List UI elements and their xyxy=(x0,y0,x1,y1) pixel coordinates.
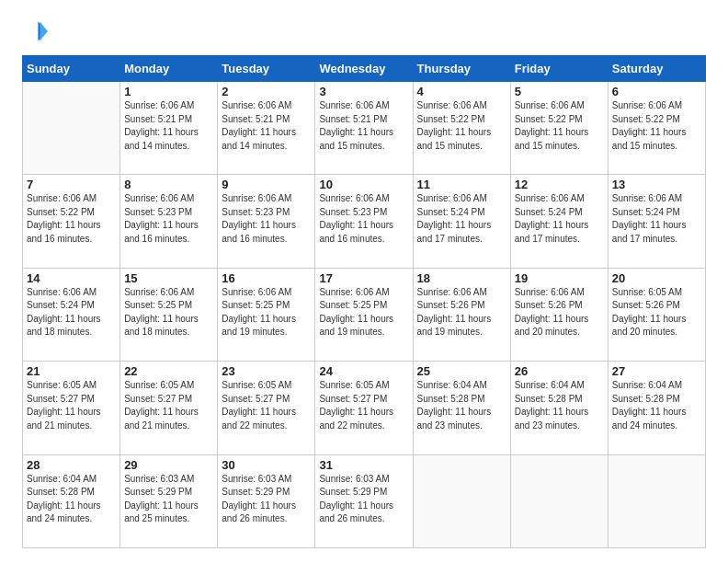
day-info: Sunrise: 6:06 AM Sunset: 5:23 PM Dayligh… xyxy=(319,192,408,246)
day-cell: 8Sunrise: 6:06 AM Sunset: 5:23 PM Daylig… xyxy=(120,175,218,268)
day-cell: 4Sunrise: 6:06 AM Sunset: 5:22 PM Daylig… xyxy=(413,82,510,175)
day-cell: 12Sunrise: 6:06 AM Sunset: 5:24 PM Dayli… xyxy=(510,175,608,268)
day-number: 13 xyxy=(612,178,701,191)
day-info: Sunrise: 6:03 AM Sunset: 5:29 PM Dayligh… xyxy=(222,473,311,526)
day-number: 19 xyxy=(515,271,604,285)
day-info: Sunrise: 6:05 AM Sunset: 5:27 PM Dayligh… xyxy=(27,379,116,432)
day-info: Sunrise: 6:06 AM Sunset: 5:24 PM Dayligh… xyxy=(417,192,506,246)
day-number: 10 xyxy=(319,178,408,191)
day-number: 28 xyxy=(27,458,116,472)
day-cell: 21Sunrise: 6:05 AM Sunset: 5:27 PM Dayli… xyxy=(23,362,120,454)
day-number: 30 xyxy=(222,458,311,472)
day-cell xyxy=(510,454,608,547)
day-number: 15 xyxy=(124,271,213,285)
day-cell: 23Sunrise: 6:05 AM Sunset: 5:27 PM Dayli… xyxy=(218,362,315,454)
day-number: 8 xyxy=(124,178,213,191)
day-info: Sunrise: 6:04 AM Sunset: 5:28 PM Dayligh… xyxy=(515,379,604,432)
day-info: Sunrise: 6:06 AM Sunset: 5:26 PM Dayligh… xyxy=(515,286,604,339)
day-info: Sunrise: 6:06 AM Sunset: 5:21 PM Dayligh… xyxy=(319,99,408,153)
day-info: Sunrise: 6:06 AM Sunset: 5:21 PM Dayligh… xyxy=(124,99,213,153)
day-number: 23 xyxy=(222,364,311,378)
day-number: 4 xyxy=(417,85,506,98)
day-cell: 30Sunrise: 6:03 AM Sunset: 5:29 PM Dayli… xyxy=(218,454,315,547)
day-number: 1 xyxy=(124,85,213,98)
week-row-3: 14Sunrise: 6:06 AM Sunset: 5:24 PM Dayli… xyxy=(23,268,706,361)
day-info: Sunrise: 6:06 AM Sunset: 5:22 PM Dayligh… xyxy=(612,99,701,153)
day-number: 26 xyxy=(515,364,604,378)
day-number: 12 xyxy=(515,178,604,191)
day-cell: 25Sunrise: 6:04 AM Sunset: 5:28 PM Dayli… xyxy=(413,362,510,454)
day-number: 21 xyxy=(27,364,116,378)
day-cell: 7Sunrise: 6:06 AM Sunset: 5:22 PM Daylig… xyxy=(23,175,120,268)
day-number: 3 xyxy=(319,85,408,98)
header-row: SundayMondayTuesdayWednesdayThursdayFrid… xyxy=(23,56,706,82)
week-row-1: 1Sunrise: 6:06 AM Sunset: 5:21 PM Daylig… xyxy=(23,82,706,175)
day-cell: 10Sunrise: 6:06 AM Sunset: 5:23 PM Dayli… xyxy=(315,175,413,268)
day-cell: 3Sunrise: 6:06 AM Sunset: 5:21 PM Daylig… xyxy=(315,82,413,175)
day-number: 22 xyxy=(124,364,213,378)
day-number: 17 xyxy=(319,271,408,285)
day-number: 16 xyxy=(222,271,311,285)
day-info: Sunrise: 6:05 AM Sunset: 5:27 PM Dayligh… xyxy=(319,379,408,432)
calendar-table: SundayMondayTuesdayWednesdayThursdayFrid… xyxy=(22,55,706,548)
day-info: Sunrise: 6:04 AM Sunset: 5:28 PM Dayligh… xyxy=(612,379,701,432)
header-cell-saturday: Saturday xyxy=(608,56,705,82)
day-info: Sunrise: 6:04 AM Sunset: 5:28 PM Dayligh… xyxy=(417,379,506,432)
day-cell: 9Sunrise: 6:06 AM Sunset: 5:23 PM Daylig… xyxy=(218,175,315,268)
week-row-2: 7Sunrise: 6:06 AM Sunset: 5:22 PM Daylig… xyxy=(23,175,706,268)
day-info: Sunrise: 6:06 AM Sunset: 5:22 PM Dayligh… xyxy=(27,192,116,246)
day-cell: 15Sunrise: 6:06 AM Sunset: 5:25 PM Dayli… xyxy=(120,268,218,361)
page: SundayMondayTuesdayWednesdayThursdayFrid… xyxy=(0,0,728,563)
day-info: Sunrise: 6:05 AM Sunset: 5:27 PM Dayligh… xyxy=(222,379,311,432)
header-cell-tuesday: Tuesday xyxy=(218,56,315,82)
day-info: Sunrise: 6:06 AM Sunset: 5:24 PM Dayligh… xyxy=(612,192,701,246)
day-cell xyxy=(23,82,120,175)
day-cell: 14Sunrise: 6:06 AM Sunset: 5:24 PM Dayli… xyxy=(23,268,120,361)
day-number: 9 xyxy=(222,178,311,191)
day-info: Sunrise: 6:03 AM Sunset: 5:29 PM Dayligh… xyxy=(319,473,408,526)
day-cell: 20Sunrise: 6:05 AM Sunset: 5:26 PM Dayli… xyxy=(608,268,705,361)
header-cell-friday: Friday xyxy=(510,56,608,82)
day-info: Sunrise: 6:03 AM Sunset: 5:29 PM Dayligh… xyxy=(124,473,213,526)
day-number: 11 xyxy=(417,178,506,191)
svg-marker-1 xyxy=(40,22,48,41)
calendar-header: SundayMondayTuesdayWednesdayThursdayFrid… xyxy=(23,56,706,82)
day-cell: 17Sunrise: 6:06 AM Sunset: 5:25 PM Dayli… xyxy=(315,268,413,361)
day-info: Sunrise: 6:06 AM Sunset: 5:25 PM Dayligh… xyxy=(222,286,311,339)
calendar-body: 1Sunrise: 6:06 AM Sunset: 5:21 PM Daylig… xyxy=(23,82,706,548)
day-info: Sunrise: 6:06 AM Sunset: 5:23 PM Dayligh… xyxy=(124,192,213,246)
day-number: 14 xyxy=(27,271,116,285)
day-info: Sunrise: 6:06 AM Sunset: 5:22 PM Dayligh… xyxy=(417,99,506,153)
header-cell-monday: Monday xyxy=(120,56,218,82)
day-info: Sunrise: 6:06 AM Sunset: 5:25 PM Dayligh… xyxy=(319,286,408,339)
logo-icon xyxy=(22,18,48,44)
day-cell: 22Sunrise: 6:05 AM Sunset: 5:27 PM Dayli… xyxy=(120,362,218,454)
day-number: 31 xyxy=(319,458,408,472)
day-number: 24 xyxy=(319,364,408,378)
day-info: Sunrise: 6:04 AM Sunset: 5:28 PM Dayligh… xyxy=(27,473,116,526)
day-number: 27 xyxy=(612,364,701,378)
day-info: Sunrise: 6:06 AM Sunset: 5:22 PM Dayligh… xyxy=(515,99,604,153)
header-cell-sunday: Sunday xyxy=(23,56,120,82)
day-cell: 28Sunrise: 6:04 AM Sunset: 5:28 PM Dayli… xyxy=(23,454,120,547)
day-cell: 26Sunrise: 6:04 AM Sunset: 5:28 PM Dayli… xyxy=(510,362,608,454)
header-cell-thursday: Thursday xyxy=(413,56,510,82)
day-cell: 16Sunrise: 6:06 AM Sunset: 5:25 PM Dayli… xyxy=(218,268,315,361)
day-cell: 2Sunrise: 6:06 AM Sunset: 5:21 PM Daylig… xyxy=(218,82,315,175)
header xyxy=(22,18,706,44)
day-cell: 5Sunrise: 6:06 AM Sunset: 5:22 PM Daylig… xyxy=(510,82,608,175)
day-cell: 24Sunrise: 6:05 AM Sunset: 5:27 PM Dayli… xyxy=(315,362,413,454)
day-info: Sunrise: 6:06 AM Sunset: 5:24 PM Dayligh… xyxy=(27,286,116,339)
day-cell xyxy=(608,454,705,547)
day-number: 6 xyxy=(612,85,701,98)
day-info: Sunrise: 6:05 AM Sunset: 5:26 PM Dayligh… xyxy=(612,286,701,339)
day-cell: 11Sunrise: 6:06 AM Sunset: 5:24 PM Dayli… xyxy=(413,175,510,268)
day-number: 25 xyxy=(417,364,506,378)
header-cell-wednesday: Wednesday xyxy=(315,56,413,82)
day-number: 5 xyxy=(515,85,604,98)
day-info: Sunrise: 6:06 AM Sunset: 5:26 PM Dayligh… xyxy=(417,286,506,339)
day-number: 20 xyxy=(612,271,701,285)
day-info: Sunrise: 6:05 AM Sunset: 5:27 PM Dayligh… xyxy=(124,379,213,432)
day-info: Sunrise: 6:06 AM Sunset: 5:25 PM Dayligh… xyxy=(124,286,213,339)
logo xyxy=(22,18,50,44)
